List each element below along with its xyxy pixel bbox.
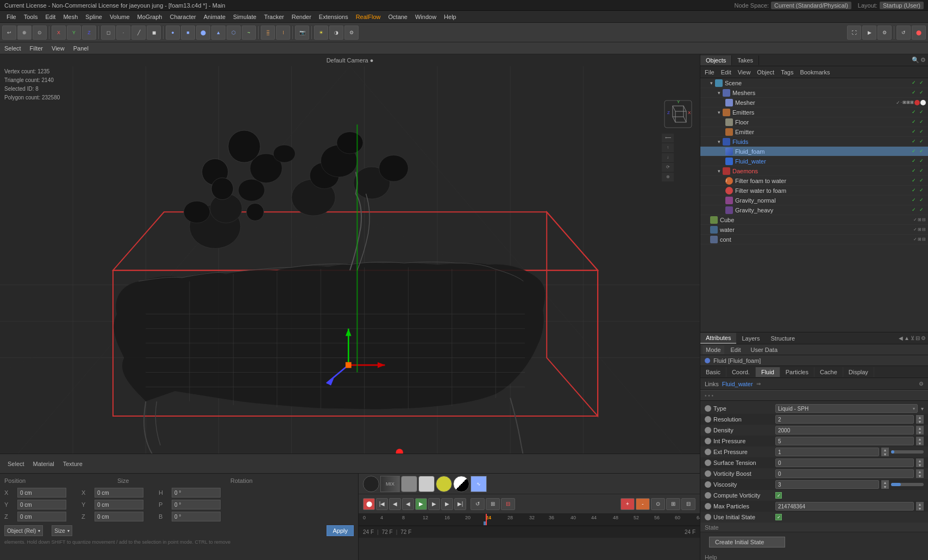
toolbar-spline-tool[interactable]: ~ — [242, 26, 256, 40]
tree-item-daemons[interactable]: ▾ Daemons ✓ ✓ — [700, 166, 928, 176]
subtab-basic[interactable]: Basic — [700, 367, 726, 377]
tree-item-mesher[interactable]: Mesher ✓ · ⊞⊞⊞ — [700, 98, 928, 108]
tc-more[interactable]: ⊟ — [681, 498, 695, 510]
tree-item-gravity-normal[interactable]: Gravity_normal ✓ ✓ — [700, 196, 928, 205]
vorticity-down[interactable]: ▼ — [916, 474, 924, 478]
tree-item-floor[interactable]: Floor ✓ ✓ — [700, 117, 928, 127]
toolbar-record[interactable]: ⬤ — [912, 26, 926, 40]
density-value[interactable]: 2000 — [775, 426, 914, 435]
mat-swatch-bezier[interactable]: ∿ — [471, 476, 487, 492]
mat-swatch-mix[interactable]: MIX — [380, 476, 400, 492]
tab-takes[interactable]: Takes — [732, 55, 759, 65]
resolution-down[interactable]: ▼ — [916, 419, 924, 424]
tb2-select[interactable]: Select — [2, 44, 23, 53]
tc-next-keyframe[interactable]: ▶| — [454, 498, 466, 510]
attr-filter-icon[interactable]: ⊟ — [916, 335, 920, 341]
tree-item-filter-foam-water[interactable]: / Filter foam to water ✓ ✓ — [700, 176, 928, 186]
filter-icon[interactable]: ⚙ — [920, 56, 926, 64]
menu-help[interactable]: Help — [441, 12, 460, 21]
attr-nav-up-icon[interactable]: ▲ — [904, 335, 910, 341]
menu-character[interactable]: Character — [166, 12, 199, 21]
use-initial-state-checkbox[interactable]: ✓ — [775, 514, 782, 520]
toolbar-render-settings[interactable]: ⚙ — [877, 26, 892, 40]
mat-swatch-gray[interactable] — [401, 476, 417, 492]
tb2-filter[interactable]: Filter — [28, 44, 45, 53]
z-pos-field[interactable]: 0 cm — [17, 512, 66, 521]
int-pressure-up[interactable]: ▲ — [916, 437, 924, 441]
menu-tracker[interactable]: Tracker — [261, 12, 287, 21]
max-particles-value[interactable]: 214748364 — [775, 502, 914, 511]
tb2-panel[interactable]: Panel — [71, 44, 91, 53]
timeline-ruler[interactable]: 0 4 8 12 16 20 24 28 32 36 40 44 48 52 5… — [359, 514, 700, 526]
subtab-fluid[interactable]: Fluid — [756, 367, 780, 377]
toolbar-edge-mode[interactable]: ╱ — [131, 26, 146, 40]
mat-swatch-light[interactable] — [418, 476, 435, 492]
attr-settings-icon[interactable]: ⚙ — [921, 335, 926, 341]
links-settings-icon[interactable]: ⚙ — [919, 381, 924, 387]
vorticity-up[interactable]: ▲ — [916, 469, 924, 474]
coord-system-dropdown[interactable]: Object (Rel) ▾ — [4, 525, 43, 536]
subtab-cache[interactable]: Cache — [814, 367, 843, 377]
toolbar-point-mode[interactable]: · — [116, 26, 130, 40]
mat-swatch-yellow[interactable] — [436, 476, 452, 492]
ext-pressure-down[interactable]: ▼ — [881, 452, 889, 456]
tc-step-back[interactable]: ◀ — [389, 498, 401, 510]
toolbar-material[interactable]: ◑ — [329, 26, 343, 40]
toolbar-camera[interactable]: 📷 — [295, 26, 309, 40]
tree-item-fluids[interactable]: ▾ Fluids ✓ ✓ — [700, 137, 928, 147]
menu-file[interactable]: File — [3, 12, 20, 21]
attr-userdata-tab[interactable]: User Data — [748, 345, 781, 354]
toolbar-object-mode[interactable]: ◻ — [101, 26, 115, 40]
tb2-view[interactable]: View — [49, 44, 67, 53]
menu-spline[interactable]: Spline — [82, 12, 105, 21]
menu-animate[interactable]: Animate — [200, 12, 229, 21]
tc-play-back[interactable]: ◀ — [402, 498, 414, 510]
tab-objects[interactable]: Objects — [700, 55, 732, 65]
attr-tab-layers[interactable]: Layers — [736, 334, 765, 343]
max-particles-down[interactable]: ▼ — [916, 506, 924, 511]
menu-render[interactable]: Render — [289, 12, 315, 21]
tree-item-fluid-foam[interactable]: Fluid_foam ✓ ✓ — [700, 147, 928, 156]
mode-dropdown[interactable]: Size ▾ — [52, 525, 72, 536]
tc-step-forward[interactable]: ▶ — [441, 498, 453, 510]
viscosity-up[interactable]: ▲ — [881, 480, 889, 485]
y-pos-field[interactable]: 0 cm — [17, 500, 66, 509]
tree-item-fluid-water[interactable]: Fluid_water ✓ ✓ — [700, 156, 928, 166]
links-value[interactable]: Fluid_water — [722, 381, 753, 387]
menu-simulate[interactable]: Simulate — [230, 12, 260, 21]
node-space-value[interactable]: Current (Standard/Physical) — [771, 2, 851, 9]
ext-pressure-stepper[interactable]: ▲ ▼ — [881, 448, 889, 456]
tree-item-cube[interactable]: Cube ✓ ⊞ ⊟ — [700, 215, 928, 225]
toolbar-z-axis[interactable]: Z — [82, 26, 96, 40]
int-pressure-stepper[interactable]: ▲ ▼ — [916, 437, 924, 445]
tree-item-gravity-heavy[interactable]: Gravity_heavy ✓ ✓ — [700, 205, 928, 215]
mat-swatch-halftone[interactable] — [453, 476, 469, 492]
tc-auto-key[interactable]: ⊟ — [501, 498, 515, 510]
attr-tab-attributes[interactable]: Attributes — [700, 333, 736, 344]
tc-loop[interactable]: ↺ — [471, 498, 485, 510]
apply-button[interactable]: Apply — [327, 525, 354, 536]
density-stepper[interactable]: ▲ ▼ — [916, 426, 924, 435]
coord-button-4[interactable]: ⟳ — [662, 163, 674, 172]
p-rot-field[interactable]: 0 ° — [172, 500, 221, 509]
surface-tension-stepper[interactable]: ▲ ▼ — [916, 458, 924, 467]
toolbar-x-axis[interactable]: X — [52, 26, 66, 40]
ext-pressure-slider[interactable] — [891, 450, 924, 454]
surface-tension-down[interactable]: ▼ — [916, 463, 924, 467]
tc-play[interactable]: ▶ — [415, 498, 427, 510]
h-rot-field[interactable]: 0 ° — [172, 488, 221, 498]
tc-time-settings[interactable]: ⊞ — [666, 498, 680, 510]
toolbar-render-region[interactable]: ⛶ — [847, 26, 861, 40]
mat-swatch-1[interactable] — [363, 476, 379, 492]
toolbar-cube2[interactable]: ■ — [181, 26, 195, 40]
attr-nav-left-icon[interactable]: ◀ — [899, 335, 903, 341]
material-label[interactable]: Material — [30, 460, 58, 468]
tc-render-active[interactable]: ⬤ — [363, 498, 375, 510]
tree-item-water[interactable]: water ✓ ⊞ ⊟ — [700, 225, 928, 235]
help-label[interactable]: Help — [705, 554, 717, 560]
layout-value[interactable]: Startup (User) — [880, 2, 924, 9]
coord-button-5[interactable]: ⊕ — [662, 173, 674, 181]
int-pressure-down[interactable]: ▼ — [916, 441, 924, 445]
texture-label[interactable]: Texture — [60, 460, 86, 468]
ext-pressure-up[interactable]: ▲ — [881, 448, 889, 452]
